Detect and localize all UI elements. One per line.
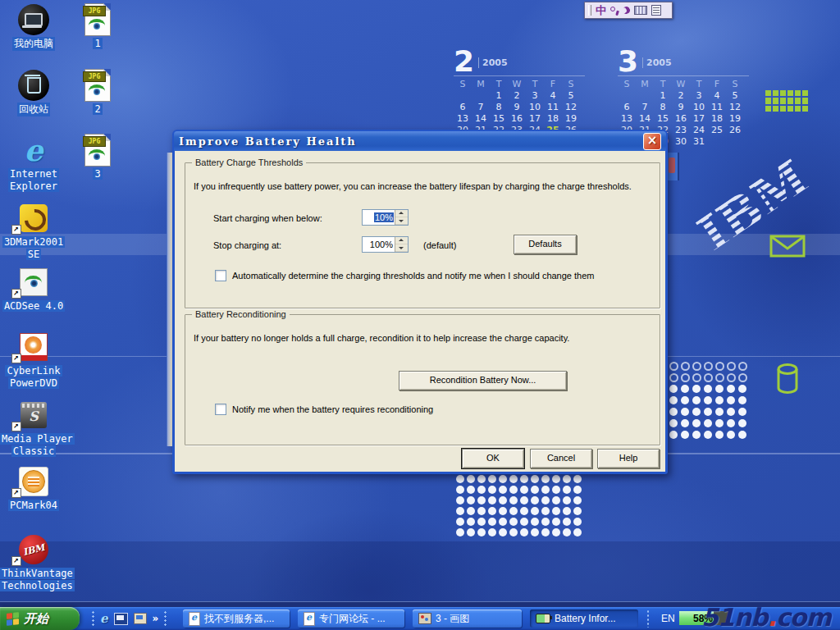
start-charging-spinner[interactable]: 10% (362, 209, 409, 226)
desktop-icon-label: ThinkVantageTechnologies (0, 567, 67, 591)
deco-dot (738, 396, 746, 404)
taskbar-task-1[interactable]: 找不到服务器,... (183, 609, 290, 628)
deco-dot (499, 496, 507, 504)
desktop-icon-internet-explorer[interactable]: eInternetExplorer (0, 134, 67, 192)
deco-dot (704, 431, 712, 439)
deco-dot (541, 496, 550, 504)
acdsee-40-icon[interactable] (0, 266, 67, 299)
notify-reconditioning-checkbox[interactable]: Notify me when the battery requires reco… (215, 404, 433, 415)
desktop-icon-media-player-classic[interactable]: Media PlayerClassic (0, 399, 67, 457)
dialog-titlebar[interactable]: Improve Battery Health (174, 131, 666, 151)
stop-charging-spinner[interactable]: 100% (362, 236, 409, 253)
desktop-icon-my-computer[interactable]: 我的电脑 (0, 3, 67, 51)
watermark-text: com (776, 603, 831, 630)
group-title: Battery Reconditioning (192, 309, 290, 319)
cyberlink-powerdvd-icon[interactable] (0, 331, 67, 363)
start-button[interactable]: 开始 (0, 607, 80, 630)
language-indicator[interactable]: EN (661, 613, 675, 624)
deco-dot (520, 475, 528, 483)
desktop-icon-jpg-file-2[interactable]: JPG2 (64, 69, 131, 115)
deco-dot (669, 385, 678, 393)
spin-down-icon[interactable] (395, 217, 408, 225)
spin-up-icon[interactable] (395, 237, 408, 244)
deco-dot (573, 528, 582, 536)
close-icon[interactable] (643, 133, 661, 150)
spin-down-icon[interactable] (395, 244, 408, 252)
ime-keyboard-icon[interactable] (634, 6, 647, 15)
deco-dot (531, 496, 539, 504)
cancel-button[interactable]: Cancel (530, 449, 592, 468)
desktop-icon-jpg-file-3[interactable]: JPG3 (64, 134, 131, 180)
deco-dot (488, 528, 496, 536)
auto-thresholds-checkbox[interactable]: Automatically determine the charging thr… (215, 270, 594, 281)
desktop-icon-cyberlink-powerdvd[interactable]: CyberLinkPowerDVD (0, 331, 67, 389)
taskbar-task-3[interactable]: 3 - 画图 (413, 609, 522, 628)
ok-button[interactable]: OK (462, 449, 524, 468)
deco-dot (727, 408, 735, 416)
quick-launch-mail-icon[interactable] (114, 613, 128, 625)
taskbar-task-4[interactable]: Battery Infor... (530, 609, 638, 628)
desktop-icon-thinkvantage-technologies[interactable]: ThinkVantageTechnologies (0, 533, 67, 591)
desktop-icon-3dmark2001-se[interactable]: 3DMark2001SE (0, 202, 67, 260)
database-deco-icon (776, 363, 799, 395)
start-charging-value[interactable]: 10% (374, 212, 394, 222)
quick-launch-ie-icon[interactable]: e (100, 611, 108, 626)
internet-explorer-icon[interactable]: e (0, 134, 67, 167)
deco-dot (499, 518, 507, 526)
spin-up-icon[interactable] (395, 210, 408, 217)
3dmark2001-se-icon[interactable] (0, 202, 67, 235)
stop-charging-value[interactable]: 100% (369, 240, 394, 249)
ime-softkeyboard-icon[interactable] (622, 6, 632, 16)
taskbar-separator (164, 610, 167, 627)
deco-dot (499, 528, 507, 536)
quick-launch-overflow-chevron[interactable]: » (153, 613, 159, 624)
label-line: Classic (11, 445, 57, 457)
ime-menu-icon[interactable] (651, 5, 661, 16)
deco-dot (727, 385, 735, 393)
jpg-file-2-icon[interactable]: JPG (64, 69, 131, 102)
jpg-file-1-icon[interactable]: JPG (64, 3, 131, 36)
deco-dot (477, 528, 486, 536)
checkbox-box[interactable] (215, 270, 226, 281)
calendar-day: 15 (654, 113, 672, 124)
desktop-icon-label: CyberLinkPowerDVD (0, 364, 67, 389)
defaults-button[interactable]: Defaults (514, 235, 577, 254)
task-label: 找不到服务器,... (204, 612, 274, 626)
desktop-icon-recycle-bin[interactable]: 回收站 (0, 69, 67, 116)
deco-dot (727, 396, 735, 404)
calendar-day-header: S (562, 79, 580, 89)
deco-dot (531, 475, 539, 483)
jpg-file-3-icon[interactable]: JPG (64, 134, 131, 167)
ime-punctuation-icon[interactable] (610, 6, 619, 16)
watermark-text: 51nb (701, 603, 768, 630)
deco-dot (669, 373, 678, 382)
calendar-day: 16 (672, 113, 690, 124)
deco-dot (563, 507, 571, 515)
deco-dot (669, 419, 678, 427)
desktop-icon-pcmark04[interactable]: PCMark04 (0, 465, 67, 511)
windows-logo-icon (7, 612, 19, 626)
my-computer-icon[interactable] (0, 3, 67, 36)
desktop-icon-acdsee-40[interactable]: ACDSee 4.0 (0, 266, 67, 312)
ime-language-icon[interactable]: 中 (596, 3, 606, 17)
deco-dot (692, 385, 701, 393)
checkbox-box[interactable] (215, 404, 226, 415)
calendar-year: 2005 (478, 57, 508, 68)
ime-drag-handle[interactable] (588, 5, 591, 16)
quick-launch-show-desktop-icon[interactable] (134, 613, 147, 624)
help-button[interactable]: Help (597, 449, 660, 468)
desktop-icon-jpg-file-1[interactable]: JPG1 (64, 3, 131, 49)
thinkvantage-technologies-icon[interactable] (0, 533, 67, 566)
deco-dot (692, 419, 701, 427)
taskbar-task-2[interactable]: 专门网论坛 - ... (298, 609, 404, 628)
deco-dot (552, 528, 560, 536)
media-player-classic-icon[interactable] (0, 399, 67, 431)
ime-toolbar[interactable]: 中 (584, 2, 673, 19)
calendar-day-header: S (726, 79, 744, 89)
deco-dot (563, 475, 571, 483)
task-label: Battery Infor... (555, 613, 616, 624)
deco-dot (499, 486, 507, 494)
recondition-battery-button[interactable]: Recondition Battery Now... (399, 371, 567, 390)
pcmark04-icon[interactable] (0, 465, 67, 498)
recycle-bin-icon[interactable] (0, 69, 67, 102)
